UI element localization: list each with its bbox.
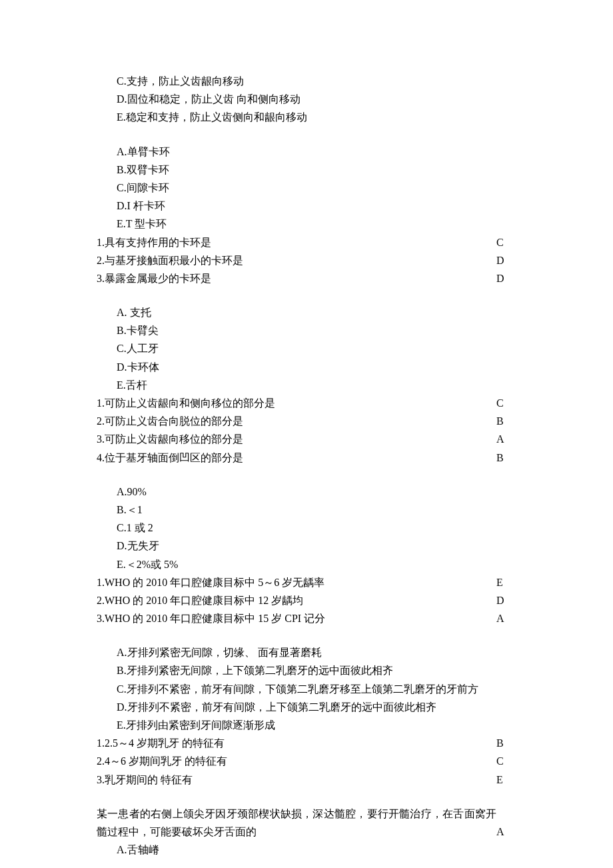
question-line: 4.位于基牙轴面倒凹区的部分是 B <box>97 449 516 467</box>
case-intro: 某一患者的右侧上颌尖牙因牙颈部楔状缺损，深达髓腔，要行开髓治疗，在舌面窝开髓过程… <box>97 805 516 841</box>
answer-letter: A <box>496 430 516 448</box>
answer-letter: B <box>496 449 516 467</box>
question-text: 1.2.5～4 岁期乳牙 的特征有 <box>97 734 496 752</box>
option-line: A.舌轴嵴 <box>97 841 516 859</box>
question-text: 4.位于基牙轴面倒凹区的部分是 <box>97 449 496 467</box>
answer-letter: C <box>496 394 516 412</box>
question-text: 1.WHO 的 2010 年口腔健康目标中 5～6 岁无龋率 <box>97 573 496 591</box>
question-line: 1.具有支持作用的卡环是 C <box>97 233 516 251</box>
option-line: E.舌杆 <box>97 376 516 394</box>
option-line: C.1 或 2 <box>97 519 516 537</box>
question-text: 2.可防止义齿合向脱位的部分是 <box>97 412 496 430</box>
answer-letter: E <box>496 771 516 789</box>
question-line: 1.可防止义齿龈向和侧向移位的部分是 C <box>97 394 516 412</box>
answer-letter: C <box>496 233 516 251</box>
question-line: 3.WHO 的 2010 年口腔健康目标中 15 岁 CPI 记分 A <box>97 609 516 627</box>
option-line: B.＜1 <box>97 501 516 519</box>
option-line: C.间隙卡环 <box>97 179 516 197</box>
option-line: C.支持，防止义齿龈向移动 <box>97 72 516 90</box>
option-line: D.I 杆卡环 <box>97 197 516 215</box>
option-line: E.＜2%或 5% <box>97 555 516 573</box>
answer-letter: D <box>496 591 516 609</box>
option-line: B.双臂卡环 <box>97 161 516 179</box>
question-text: 3.WHO 的 2010 年口腔健康目标中 15 岁 CPI 记分 <box>97 609 496 627</box>
option-line: D.卡环体 <box>97 358 516 376</box>
option-line: D.固位和稳定，防止义齿 向和侧向移动 <box>97 90 516 108</box>
question-text: 2.4～6 岁期间乳牙 的特征有 <box>97 752 496 770</box>
answer-letter: B <box>496 734 516 752</box>
question-line: 2.可防止义齿合向脱位的部分是 B <box>97 412 516 430</box>
option-line: D.无失牙 <box>97 537 516 555</box>
answer-letter: A <box>496 805 516 841</box>
document-page: C.支持，防止义齿龈向移动 D.固位和稳定，防止义齿 向和侧向移动 E.稳定和支… <box>0 0 613 868</box>
answer-letter: A <box>496 609 516 627</box>
case-intro-text: 某一患者的右侧上颌尖牙因牙颈部楔状缺损，深达髓腔，要行开髓治疗，在舌面窝开髓过程… <box>97 805 496 841</box>
answer-letter: B <box>496 412 516 430</box>
question-text: 3.乳牙期间的 特征有 <box>97 771 496 789</box>
question-line: 1.2.5～4 岁期乳牙 的特征有 B <box>97 734 516 752</box>
question-text: 1.具有支持作用的卡环是 <box>97 233 496 251</box>
option-line: A.单臂卡环 <box>97 143 516 161</box>
question-line: 3.乳牙期间的 特征有 E <box>97 771 516 789</box>
question-line: 1.WHO 的 2010 年口腔健康目标中 5～6 岁无龋率 E <box>97 573 516 591</box>
question-text: 3.可防止义齿龈向移位的部分是 <box>97 430 496 448</box>
answer-letter: E <box>496 573 516 591</box>
question-text: 3.暴露金属最少的卡环是 <box>97 269 496 287</box>
option-line: C.牙排列不紧密，前牙有间隙，下颌第二乳磨牙移至上颌第二乳磨牙的牙前方 <box>97 680 516 698</box>
option-line: B.卡臂尖 <box>97 321 516 339</box>
answer-letter: D <box>496 269 516 287</box>
option-line: E.稳定和支持，防止义齿侧向和龈向移动 <box>97 108 516 126</box>
question-line: 3.暴露金属最少的卡环是 D <box>97 269 516 287</box>
question-text: 2.与基牙接触面积最小的卡环是 <box>97 251 496 269</box>
option-line: E.牙排列由紧密到牙间隙逐渐形成 <box>97 716 516 734</box>
question-line: 2.WHO 的 2010 年口腔健康目标中 12 岁龋均 D <box>97 591 516 609</box>
option-line: D.牙排列不紧密，前牙有间隙，上下颌第二乳磨牙的远中面彼此相齐 <box>97 698 516 716</box>
option-line: E.T 型卡环 <box>97 215 516 233</box>
answer-letter: D <box>496 251 516 269</box>
option-line: A. 支托 <box>97 303 516 321</box>
question-line: 3.可防止义齿龈向移位的部分是 A <box>97 430 516 448</box>
option-line: A.90% <box>97 483 516 501</box>
answer-letter: C <box>496 752 516 770</box>
question-text: 2.WHO 的 2010 年口腔健康目标中 12 岁龋均 <box>97 591 496 609</box>
option-line: C.人工牙 <box>97 339 516 357</box>
option-line: B.牙排列紧密无间隙，上下颌第二乳磨牙的远中面彼此相齐 <box>97 661 516 679</box>
question-line: 2.4～6 岁期间乳牙 的特征有 C <box>97 752 516 770</box>
question-text: 1.可防止义齿龈向和侧向移位的部分是 <box>97 394 496 412</box>
question-line: 2.与基牙接触面积最小的卡环是 D <box>97 251 516 269</box>
option-line: A.牙排列紧密无间隙，切缘、 面有显著磨耗 <box>97 643 516 661</box>
